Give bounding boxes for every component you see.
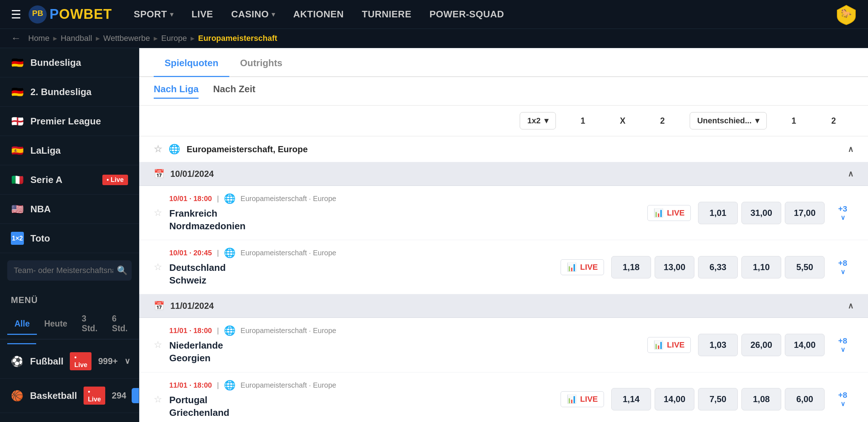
niederlande-odds-1[interactable]: 1,03 (698, 334, 738, 356)
date-collapse-10jan[interactable]: ∧ (848, 169, 854, 179)
sidebar-item-bundesliga[interactable]: 🇩🇪 Bundesliga (0, 48, 139, 77)
bc-wettbewerbe[interactable]: Wettbewerbe (103, 34, 150, 43)
frankreich-bar-icon: 📊 (654, 208, 663, 218)
portugal-odds-1b[interactable]: 1,08 (741, 388, 781, 410)
sport-item-american-football[interactable]: 🏈 American Football 38 ∨ (0, 413, 139, 422)
frankreich-live-text: LIVE (667, 208, 685, 218)
subtab-nach-liga[interactable]: Nach Liga (154, 84, 199, 99)
niederlande-odds-2[interactable]: 14,00 (785, 334, 825, 356)
hamburger-button[interactable]: ☰ (11, 8, 21, 21)
niederlande-meta: 11/01 · 18:00 | 🌐 Europameisterschaft · … (169, 325, 640, 336)
bc-europe[interactable]: Europe (161, 34, 187, 43)
niederlande-star-icon[interactable]: ☆ (154, 339, 162, 350)
basketball-count: 294 (112, 391, 126, 401)
filter-tab-6std[interactable]: 6 Std. (105, 309, 135, 340)
portugal-league: Europameisterschaft · Europe (241, 381, 336, 389)
premier-flag: 🏴󠁧󠁢󠁥󠁮󠁧󠁿 (11, 115, 24, 128)
sidebar-item-premier[interactable]: 🏴󠁧󠁢󠁥󠁮󠁧󠁿 Premier League (0, 107, 139, 136)
deutschland-odds-1b[interactable]: 1,10 (741, 256, 781, 278)
nav-sport[interactable]: SPORT ▾ (134, 9, 174, 20)
bc-home[interactable]: Home (28, 34, 50, 43)
svg-text:🐎: 🐎 (841, 8, 852, 18)
nav-live[interactable]: LIVE (191, 9, 213, 20)
seriea-live-badge: • Live (102, 175, 128, 185)
sidebar-item-toto[interactable]: 1×2 Toto (0, 224, 139, 253)
deutschland-odds-2b[interactable]: 5,50 (785, 256, 825, 278)
league-section-europameisterschaft[interactable]: ☆ 🌐 Europameisterschaft, Europe ∧ (139, 136, 868, 162)
league-globe-icon: 🌐 (169, 144, 180, 155)
col-h-x: X (603, 116, 643, 126)
frankreich-time: 10/01 · 18:00 (169, 195, 212, 203)
odds-dropdown-1x2[interactable]: 1x2 ▾ (520, 112, 556, 129)
match-row-deutschland: ☆ 10/01 · 20:45 | 🌐 Europameisterschaft … (139, 240, 868, 294)
portugal-odds-1[interactable]: 1,14 (611, 388, 651, 410)
date-section-11jan[interactable]: 📅 11/01/2024 ∧ (139, 294, 868, 318)
niederlande-bar-icon: 📊 (654, 340, 663, 350)
date-label-10jan: 10/01/2024 (170, 169, 214, 179)
seriea-label: Serie A (30, 174, 96, 186)
portugal-time: 11/01 · 18:00 (169, 381, 212, 389)
deutschland-odds-x[interactable]: 13,00 (655, 256, 694, 278)
portugal-odds-2[interactable]: 7,50 (698, 388, 738, 410)
nba-flag: 🇺🇸 (11, 203, 24, 216)
league-star-icon[interactable]: ☆ (154, 144, 162, 155)
frankreich-team2: Nordmazedonien (169, 220, 640, 233)
frankreich-odds-x[interactable]: 31,00 (741, 202, 781, 224)
back-button[interactable]: ← (11, 33, 21, 44)
nav-aktionen[interactable]: AKTIONEN (293, 9, 344, 20)
deutschland-odds-2[interactable]: 6,33 (698, 256, 738, 278)
filter-tab-24std[interactable]: 24 Std. (135, 309, 139, 340)
date-section-10jan[interactable]: 📅 10/01/2024 ∧ (139, 162, 868, 186)
secondary-col-headers: 1 2 (774, 116, 854, 126)
sport-item-basketball[interactable]: 🏀 Basketball • Live 294 ∨ Basketball (0, 379, 139, 413)
filter-tab-3std[interactable]: 3 Std. (75, 309, 105, 340)
sidebar-item-laliga[interactable]: 🇪🇸 LaLiga (0, 136, 139, 165)
portugal-chevron-down-icon: ∨ (841, 400, 845, 408)
deutschland-meta: 10/01 · 20:45 | 🌐 Europameisterschaft · … (169, 247, 553, 259)
nav-turniere[interactable]: TURNIERE (362, 9, 412, 20)
sidebar-item-2bundesliga[interactable]: 🇩🇪 2. Bundesliga (0, 77, 139, 107)
sidebar-item-seriea[interactable]: 🇮🇹 Serie A • Live (0, 165, 139, 195)
niederlande-more-odds[interactable]: +8 ∨ (832, 336, 854, 354)
nav-casino[interactable]: CASINO ▾ (231, 9, 275, 20)
portugal-odds-2b[interactable]: 6,00 (785, 388, 825, 410)
bc-handball[interactable]: Handball (61, 34, 92, 43)
frankreich-odds-1[interactable]: 1,01 (698, 202, 738, 224)
subtab-nach-zeit[interactable]: Nach Zeit (213, 84, 255, 99)
filter-tab-alle[interactable]: Alle (7, 314, 37, 335)
portugal-odds-x[interactable]: 14,00 (655, 388, 694, 410)
sidebar-search-bar: 🔍 (7, 260, 132, 281)
portugal-star-icon[interactable]: ☆ (154, 394, 162, 405)
frankreich-odds-2[interactable]: 17,00 (785, 202, 825, 224)
frankreich-odds-buttons: 1,01 31,00 17,00 (698, 202, 825, 224)
nav-right: 🐎 (835, 4, 857, 25)
niederlande-odds-buttons: 1,03 26,00 14,00 (698, 334, 825, 356)
match-row-portugal: ☆ 11/01 · 18:00 | 🌐 Europameisterschaft … (139, 372, 868, 422)
tab-spielquoten[interactable]: Spielquoten (154, 48, 229, 77)
content-tabs: Spielquoten Outrights (139, 48, 868, 77)
tab-outrights[interactable]: Outrights (229, 48, 293, 77)
bc-sep-3: ▸ (154, 34, 158, 43)
league-collapse-icon[interactable]: ∧ (848, 145, 854, 154)
sport-item-fussball[interactable]: ⚽ Fußball • Live 999+ ∨ (0, 344, 139, 379)
portugal-more-odds[interactable]: +8 ∨ (832, 391, 854, 408)
sidebar-item-nba[interactable]: 🇺🇸 NBA (0, 195, 139, 224)
frankreich-globe-icon: 🌐 (224, 193, 235, 204)
deutschland-star-icon[interactable]: ☆ (154, 261, 162, 273)
frankreich-more-odds[interactable]: +3 ∨ (832, 204, 854, 222)
basketball-icon: 🏀 (11, 389, 24, 402)
odds-header: 1x2 ▾ 1 X 2 Unentschied... ▾ 1 2 (139, 106, 868, 136)
search-input[interactable] (14, 266, 113, 275)
niederlande-match-info: 11/01 · 18:00 | 🌐 Europameisterschaft · … (169, 325, 640, 365)
fussball-expand-icon[interactable]: ∨ (124, 357, 130, 366)
nav-power-squad[interactable]: POWER-SQUAD (429, 9, 504, 20)
niederlande-more-count: +8 (838, 336, 847, 346)
deutschland-more-odds[interactable]: +8 ∨ (832, 259, 854, 276)
date-collapse-11jan[interactable]: ∧ (848, 301, 854, 311)
bc-sep-4: ▸ (191, 34, 195, 43)
odds-dropdown-unentschied[interactable]: Unentschied... ▾ (690, 112, 767, 129)
deutschland-odds-1[interactable]: 1,18 (611, 256, 651, 278)
filter-tab-heute[interactable]: Heute (37, 314, 75, 335)
frankreich-star-icon[interactable]: ☆ (154, 207, 162, 218)
niederlande-odds-x[interactable]: 26,00 (741, 334, 781, 356)
